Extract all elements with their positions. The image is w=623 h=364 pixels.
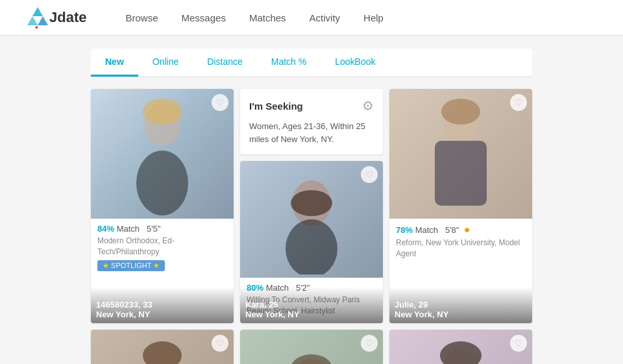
main-nav: Browse Messages Matches Activity Help <box>125 10 383 26</box>
person-silhouette-3 <box>422 92 500 215</box>
profile-photo-1 <box>91 89 234 219</box>
nav-messages[interactable]: Messages <box>182 10 226 26</box>
svg-marker-2 <box>38 16 48 25</box>
profile-detail-1: Modern Orthodox, Ed-Tech/Philanthropy <box>97 236 227 258</box>
person-silhouette-2 <box>273 164 350 274</box>
profile-card-1[interactable]: 146580233, 33 New York, NY ♡ 84% Match 5… <box>91 89 234 323</box>
seeking-description: Women, Ages 21-36, Within 25 miles of Ne… <box>249 120 374 145</box>
match-info-1: 84% Match 5'5" <box>97 224 227 234</box>
profile-info-3: 78% Match 5'8" ● Reform, New York Univer… <box>389 219 532 266</box>
profile-card-2[interactable]: Kara, 25 New York, NY ♡ 80% Match 5'2" W… <box>240 161 383 323</box>
svg-point-11 <box>441 99 480 125</box>
tab-match-percent[interactable]: Match % <box>257 49 321 77</box>
profile-card-4[interactable]: Orlaith, 21 Dumont, NJ ♡ 69% Match Tradi… <box>91 330 234 364</box>
svg-text:♥: ♥ <box>35 25 38 29</box>
person-silhouette-1 <box>123 92 201 215</box>
heart-button-1[interactable]: ♡ <box>212 94 228 111</box>
notify-icon-3: ● <box>464 224 470 235</box>
nav-activity[interactable]: Activity <box>310 10 341 26</box>
profile-name-overlay-1: 146580233, 33 New York, NY <box>91 287 234 323</box>
heart-button-6[interactable]: ♡ <box>510 335 527 352</box>
svg-point-6 <box>143 99 182 125</box>
nav-help[interactable]: Help <box>363 10 384 26</box>
header: ♥ Jdate Browse Messages Matches Activity… <box>0 0 623 36</box>
svg-point-8 <box>291 190 332 216</box>
nav-browse[interactable]: Browse <box>125 10 158 26</box>
tab-lookbook[interactable]: LookBook <box>321 49 389 77</box>
middle-column: I'm Seeking ⚙ Women, Ages 21-36, Within … <box>240 89 383 323</box>
seeking-card: I'm Seeking ⚙ Women, Ages 21-36, Within … <box>240 89 383 154</box>
person-silhouette-4 <box>123 333 201 364</box>
heart-button-3[interactable]: ♡ <box>510 94 527 111</box>
profile-name-overlay-3: Julie, 29 New York, NY <box>389 287 532 323</box>
tab-distance[interactable]: Distance <box>193 49 256 77</box>
profiles-grid: 146580233, 33 New York, NY ♡ 84% Match 5… <box>91 89 532 364</box>
logo-icon: ♥ <box>26 6 49 29</box>
profile-info-1: 84% Match 5'5" Modern Orthodox, Ed-Tech/… <box>91 219 234 278</box>
svg-marker-0 <box>32 7 43 16</box>
main-content: New Online Distance Match % LookBook 146… <box>84 36 539 364</box>
spotlight-badge-1: ★ SPOTLIGHT ★ <box>97 260 165 271</box>
svg-point-19 <box>440 341 482 364</box>
profile-name-overlay-2: Kara, 25 New York, NY <box>240 287 383 323</box>
profile-card-6[interactable]: Gabrielle, 21 Summit, NJ ♡ 77% Match 5'5… <box>389 330 532 364</box>
svg-rect-12 <box>435 141 487 206</box>
person-silhouette-5 <box>273 333 350 364</box>
seeking-settings-icon[interactable]: ⚙ <box>362 98 374 114</box>
heart-button-2[interactable]: ♡ <box>361 166 378 183</box>
profile-card-5[interactable]: ♡ <box>240 330 383 364</box>
seeking-title: I'm Seeking <box>249 101 303 112</box>
match-info-3: 78% Match 5'8" ● <box>396 224 526 236</box>
svg-point-9 <box>286 219 337 274</box>
logo-text: Jdate <box>49 9 86 26</box>
tab-online[interactable]: Online <box>138 49 193 77</box>
svg-point-5 <box>136 151 188 215</box>
heart-button-5[interactable]: ♡ <box>361 335 378 352</box>
profile-photo-3 <box>389 89 532 219</box>
person-silhouette-6 <box>422 333 500 364</box>
logo[interactable]: ♥ Jdate <box>26 6 86 29</box>
profile-detail-3: Reform, New York University, Model Agent <box>396 237 526 260</box>
heart-button-4[interactable]: ♡ <box>212 335 228 352</box>
svg-point-14 <box>143 341 182 364</box>
seeking-header: I'm Seeking ⚙ <box>249 98 374 114</box>
profile-card-3[interactable]: Julie, 29 New York, NY ♡ 78% Match 5'8" … <box>389 89 532 323</box>
svg-marker-1 <box>27 16 38 25</box>
tab-new[interactable]: New <box>91 49 138 77</box>
svg-point-17 <box>291 354 332 364</box>
browse-tabs: New Online Distance Match % LookBook <box>91 49 532 77</box>
nav-matches[interactable]: Matches <box>249 10 286 26</box>
